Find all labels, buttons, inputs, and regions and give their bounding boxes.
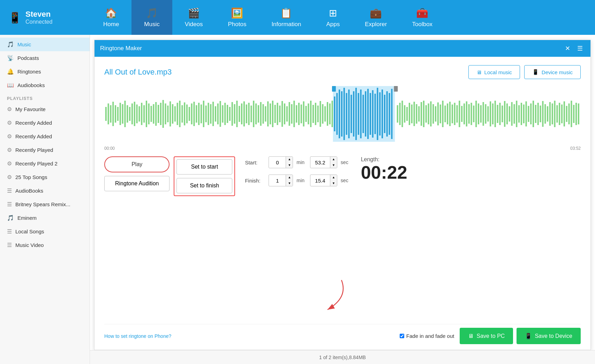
finish-min-up[interactable]: ▲ bbox=[286, 175, 293, 180]
sidebar-playlist-eminem-label: Eminem bbox=[17, 215, 37, 221]
svg-rect-128 bbox=[404, 105, 405, 123]
nav-music-label: Music bbox=[144, 21, 159, 28]
device-music-button[interactable]: 📱 Device music bbox=[524, 65, 581, 79]
svg-rect-197 bbox=[568, 103, 570, 124]
start-min-down[interactable]: ▼ bbox=[286, 162, 293, 168]
start-min-input[interactable] bbox=[269, 160, 286, 165]
svg-rect-66 bbox=[260, 102, 262, 126]
svg-rect-144 bbox=[442, 101, 443, 127]
start-min-up[interactable]: ▲ bbox=[286, 156, 293, 162]
sidebar-playlist-eminem[interactable]: 🎵 Eminem bbox=[0, 211, 90, 225]
svg-rect-13 bbox=[134, 102, 135, 126]
svg-rect-26 bbox=[165, 103, 166, 124]
waveform-container[interactable]: // Generated via inline SVG rects for gr… bbox=[104, 86, 581, 143]
nav-information[interactable]: 📋 Information bbox=[259, 0, 314, 35]
finish-min-spinners: ▲ ▼ bbox=[286, 175, 293, 186]
nav-music[interactable]: 🎵 Music bbox=[131, 0, 172, 35]
svg-rect-115 bbox=[375, 94, 376, 134]
svg-rect-139 bbox=[430, 101, 431, 126]
sidebar-playlist-local-songs[interactable]: ☰ Local Songs bbox=[0, 225, 90, 238]
start-sec-down[interactable]: ▼ bbox=[330, 162, 337, 168]
fade-checkbox-label[interactable]: Fade in and fade out bbox=[400, 333, 454, 339]
sidebar-playlist-my-favourite[interactable]: ⚙ My Favourite bbox=[0, 102, 90, 116]
play-button[interactable]: Play bbox=[104, 156, 170, 172]
svg-rect-111 bbox=[365, 91, 366, 137]
start-sec-input[interactable] bbox=[310, 160, 330, 165]
sidebar-playlist-recently-added-2[interactable]: ⚙ Recently Added bbox=[0, 130, 90, 143]
help-link[interactable]: How to set ringtone on Phone? bbox=[104, 333, 171, 339]
svg-rect-148 bbox=[452, 104, 453, 123]
dialog-menu-button[interactable]: ☰ bbox=[575, 44, 585, 53]
nav-apps[interactable]: ⊞ Apps bbox=[314, 0, 352, 35]
sidebar-item-ringtones-label: Ringtones bbox=[17, 69, 41, 75]
sidebar-playlist-britney-label: Britney Spears Remix... bbox=[15, 201, 70, 207]
sidebar-item-audiobooks[interactable]: 📖 Audiobooks bbox=[0, 78, 90, 92]
nav-videos[interactable]: 🎬 Videos bbox=[172, 0, 216, 35]
sidebar-item-music-label: Music bbox=[17, 41, 31, 47]
dialog-close-button[interactable]: ✕ bbox=[563, 44, 572, 53]
sidebar-playlist-music-video[interactable]: ☰ Music Video bbox=[0, 238, 90, 252]
nav-home[interactable]: 🏠 Home bbox=[91, 0, 131, 35]
start-min-spinners: ▲ ▼ bbox=[286, 156, 293, 168]
finish-sec-field[interactable]: ▲ ▼ bbox=[310, 175, 337, 186]
start-min-field[interactable]: ▲ ▼ bbox=[269, 156, 293, 168]
finish-sec-up[interactable]: ▲ bbox=[330, 175, 337, 180]
svg-rect-35 bbox=[186, 104, 188, 123]
svg-rect-4 bbox=[112, 102, 114, 126]
nav-photos-label: Photos bbox=[228, 21, 246, 28]
nav-items: 🏠 Home 🎵 Music 🎬 Videos 🖼️ Photos 📋 Info… bbox=[91, 0, 595, 35]
svg-rect-81 bbox=[296, 105, 297, 123]
svg-rect-123 bbox=[332, 86, 336, 92]
svg-rect-9 bbox=[124, 101, 126, 127]
sidebar-playlist-britney[interactable]: ☰ Britney Spears Remix... bbox=[0, 198, 90, 211]
waveform-time-row: 00:00 03:52 bbox=[104, 146, 581, 151]
sidebar-playlist-audiobooks-label: AudioBooks bbox=[15, 188, 43, 194]
svg-rect-16 bbox=[141, 103, 142, 125]
svg-rect-190 bbox=[552, 103, 553, 124]
svg-rect-157 bbox=[473, 106, 474, 122]
svg-rect-171 bbox=[506, 103, 508, 124]
source-buttons: 🖥 Local music 📱 Device music bbox=[468, 65, 581, 79]
svg-rect-192 bbox=[556, 105, 558, 123]
save-pc-label: Save to PC bbox=[476, 333, 505, 339]
finish-min-down[interactable]: ▼ bbox=[286, 180, 293, 186]
start-sec-up[interactable]: ▲ bbox=[330, 156, 337, 162]
finish-sec-input[interactable] bbox=[310, 178, 330, 184]
nav-apps-label: Apps bbox=[326, 21, 340, 28]
svg-rect-146 bbox=[447, 103, 448, 124]
local-music-button[interactable]: 🖥 Local music bbox=[468, 65, 520, 79]
sidebar-playlist-recently-added-1[interactable]: ⚙ Recently Added bbox=[0, 116, 90, 130]
finish-min-input[interactable] bbox=[269, 178, 286, 184]
ringtone-audition-button[interactable]: Ringtone Audition bbox=[104, 176, 170, 191]
save-to-pc-button[interactable]: 🖥 Save to PC bbox=[460, 328, 513, 344]
sidebar-item-ringtones[interactable]: 🔔 Ringtones bbox=[0, 65, 90, 78]
music-note-icon: 🎵 bbox=[7, 41, 14, 48]
svg-rect-87 bbox=[310, 101, 311, 127]
playlists-section-label: PLAYLISTS bbox=[0, 92, 90, 102]
status-bar: 1 of 2 item(s),8.84MB bbox=[90, 350, 595, 364]
time-inputs: Start: ▲ ▼ min bbox=[245, 156, 348, 186]
sidebar-item-podcasts[interactable]: 📡 Podcasts bbox=[0, 51, 90, 65]
svg-rect-135 bbox=[421, 102, 422, 126]
nav-explorer[interactable]: 💼 Explorer bbox=[352, 0, 399, 35]
svg-rect-10 bbox=[127, 105, 128, 123]
sidebar-playlist-local-songs-label: Local Songs bbox=[15, 229, 44, 234]
start-sec-field[interactable]: ▲ ▼ bbox=[310, 156, 337, 168]
svg-rect-7 bbox=[120, 103, 121, 125]
set-to-start-button[interactable]: Set to start bbox=[176, 159, 232, 175]
sidebar-item-music[interactable]: 🎵 Music bbox=[0, 38, 90, 51]
nav-toolbox[interactable]: 🧰 Toolbox bbox=[400, 0, 445, 35]
sidebar-playlist-25-top[interactable]: ⚙ 25 Top Songs bbox=[0, 170, 90, 184]
svg-rect-163 bbox=[487, 106, 489, 122]
sidebar-playlist-recently-played[interactable]: ⚙ Recently Played bbox=[0, 143, 90, 157]
sidebar-playlist-audiobooks[interactable]: ☰ AudioBooks bbox=[0, 184, 90, 198]
fade-checkbox[interactable] bbox=[400, 334, 404, 338]
finish-sec-down[interactable]: ▼ bbox=[330, 180, 337, 186]
sidebar-playlist-recently-played-2[interactable]: ⚙ Recently Played 2 bbox=[0, 157, 90, 170]
finish-min-field[interactable]: ▲ ▼ bbox=[269, 175, 293, 186]
svg-rect-116 bbox=[377, 88, 378, 140]
svg-rect-181 bbox=[530, 103, 532, 124]
set-to-finish-button[interactable]: Set to finish bbox=[176, 178, 232, 193]
nav-photos[interactable]: 🖼️ Photos bbox=[215, 0, 259, 35]
save-to-device-button[interactable]: 📱 Save to Device bbox=[517, 328, 581, 344]
